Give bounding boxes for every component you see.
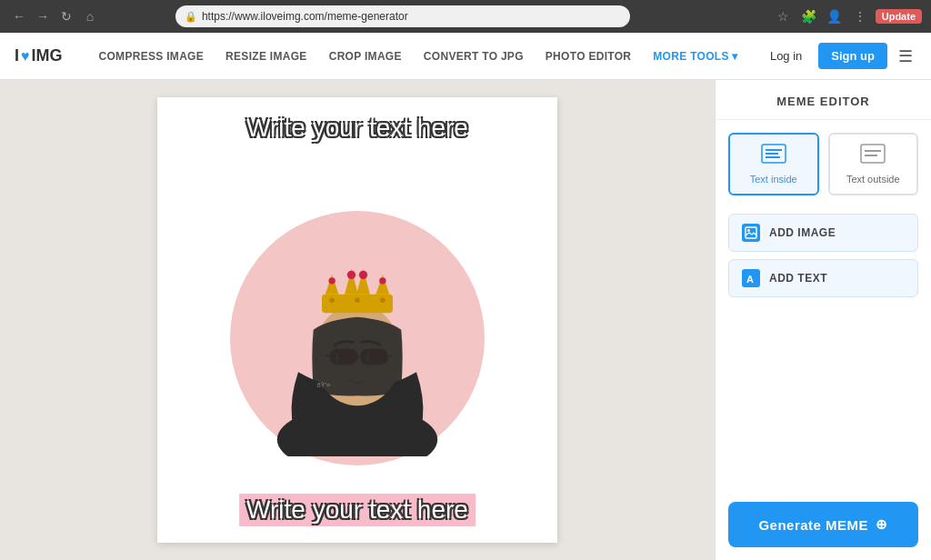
meme-image-area: ðŸ'¤: [157, 97, 557, 543]
nav-convert[interactable]: CONVERT TO JPG: [413, 50, 535, 63]
canvas-area: Write your text here: [0, 80, 715, 560]
svg-rect-2: [322, 295, 393, 313]
panel-buttons: ADD IMAGE A ADD TEXT: [716, 205, 931, 306]
svg-text:ðŸ'¤: ðŸ'¤: [316, 381, 330, 389]
address-bar[interactable]: 🔒 https://www.iloveimg.com/meme-generato…: [175, 5, 630, 27]
generate-icon: ⊕: [876, 516, 888, 533]
add-text-button[interactable]: A ADD TEXT: [728, 259, 918, 297]
nav-crop[interactable]: CROP IMAGE: [318, 50, 413, 63]
header-actions: Log in Sign up ☰: [761, 43, 916, 70]
tab-text-inside-label: Text inside: [750, 174, 797, 185]
add-image-icon: [742, 224, 760, 242]
panel-title: MEME EDITOR: [716, 80, 931, 120]
nav-resize[interactable]: RESIZE IMAGE: [215, 50, 318, 63]
logo-heart-icon: ♥: [21, 48, 30, 65]
character-circle: ðŸ'¤: [230, 211, 485, 465]
text-mode-tabs: Text inside Text outside: [716, 120, 931, 205]
tab-text-outside-label: Text outside: [846, 174, 900, 185]
generate-label: Generate MEME: [758, 517, 868, 533]
logo[interactable]: I ♥ IMG: [15, 46, 63, 65]
nav-photo-editor[interactable]: PHOTO EDITOR: [535, 50, 643, 63]
svg-point-8: [347, 271, 355, 279]
browser-actions: ☆ 🧩 👤 ⋮ Update: [774, 6, 922, 26]
logo-img: IMG: [32, 46, 63, 65]
url-text: https://www.iloveimg.com/meme-generator: [202, 10, 408, 23]
svg-point-13: [380, 297, 385, 303]
panel-spacer: [716, 306, 931, 502]
star-icon[interactable]: ☆: [774, 6, 794, 26]
profile-icon[interactable]: 👤: [825, 6, 845, 26]
add-text-label: ADD TEXT: [769, 272, 827, 285]
main-nav: COMPRESS IMAGE RESIZE IMAGE CROP IMAGE C…: [88, 50, 761, 63]
svg-point-7: [328, 277, 335, 284]
text-inside-icon: [761, 144, 786, 168]
nav-compress[interactable]: COMPRESS IMAGE: [88, 50, 215, 63]
character-illustration: ðŸ'¤: [248, 220, 466, 456]
reload-button[interactable]: ↻: [56, 6, 76, 26]
lock-icon: 🔒: [185, 11, 197, 23]
home-button[interactable]: ⌂: [80, 6, 100, 26]
svg-rect-24: [861, 145, 885, 163]
svg-point-29: [747, 229, 750, 232]
menu-dots-icon[interactable]: ⋮: [850, 6, 870, 26]
forward-button[interactable]: →: [33, 6, 53, 26]
generate-meme-button[interactable]: Generate MEME ⊕: [728, 502, 918, 547]
main-layout: Write your text here: [0, 80, 931, 560]
svg-text:A: A: [746, 274, 754, 285]
svg-point-9: [359, 271, 367, 279]
add-text-icon: A: [742, 269, 760, 287]
logo-i: I: [15, 46, 19, 65]
browser-chrome: ← → ↻ ⌂ 🔒 https://www.iloveimg.com/meme-…: [0, 0, 931, 33]
svg-point-11: [329, 297, 335, 303]
right-panel: MEME EDITOR Text inside: [715, 80, 931, 560]
text-outside-icon: [860, 144, 886, 168]
nav-more-tools[interactable]: MORE TOOLS ▾: [642, 50, 748, 63]
meme-bottom-text[interactable]: Write your text here: [239, 494, 476, 526]
hamburger-menu-icon[interactable]: ☰: [895, 43, 916, 70]
back-button[interactable]: ←: [9, 6, 29, 26]
add-image-label: ADD IMAGE: [769, 226, 836, 239]
svg-point-10: [379, 277, 385, 284]
app-header: I ♥ IMG COMPRESS IMAGE RESIZE IMAGE CROP…: [0, 33, 931, 80]
tab-text-outside[interactable]: Text outside: [828, 133, 919, 195]
meme-canvas[interactable]: Write your text here: [157, 97, 557, 543]
svg-rect-28: [746, 227, 756, 238]
extensions-icon[interactable]: 🧩: [799, 6, 819, 26]
update-button[interactable]: Update: [876, 9, 922, 24]
svg-point-12: [355, 297, 360, 303]
tab-text-inside[interactable]: Text inside: [728, 133, 819, 195]
signup-button[interactable]: Sign up: [818, 43, 887, 69]
add-image-button[interactable]: ADD IMAGE: [728, 214, 918, 252]
nav-buttons: ← → ↻ ⌂: [9, 6, 100, 26]
login-button[interactable]: Log in: [761, 44, 811, 68]
meme-top-text[interactable]: Write your text here: [246, 114, 468, 143]
